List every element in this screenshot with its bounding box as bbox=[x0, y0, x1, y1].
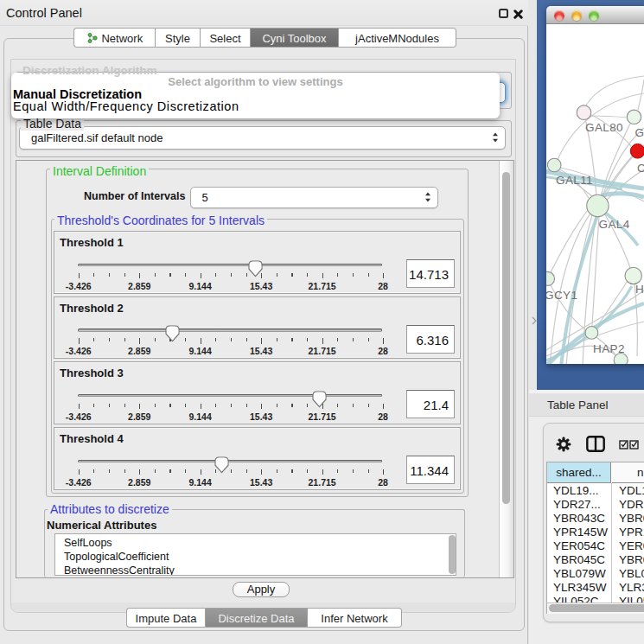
svg-text:GCY1: GCY1 bbox=[546, 289, 577, 302]
svg-text:H: H bbox=[635, 283, 644, 296]
svg-text:GAL11: GAL11 bbox=[556, 174, 593, 187]
svg-text:GAL4: GAL4 bbox=[599, 218, 630, 231]
svg-text:GA: GA bbox=[635, 126, 644, 139]
svg-text:C: C bbox=[637, 162, 644, 175]
svg-text:HAP2: HAP2 bbox=[593, 342, 625, 355]
svg-text:GAL80: GAL80 bbox=[585, 121, 623, 134]
